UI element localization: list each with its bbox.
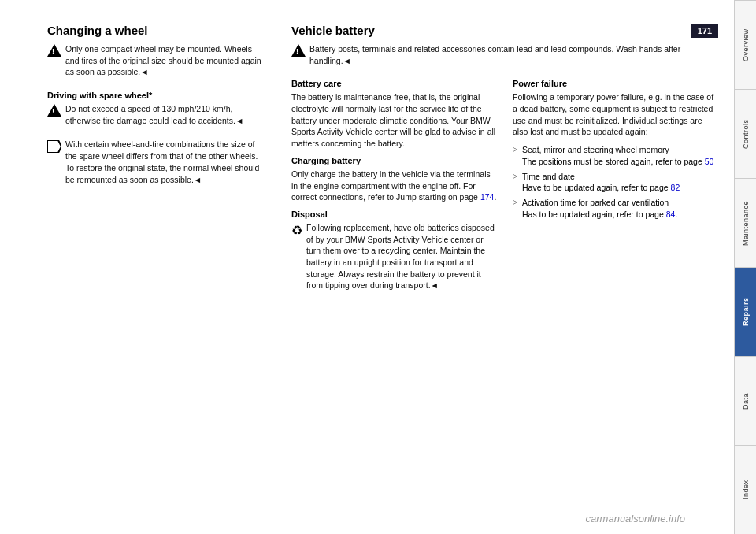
recycle-icon: ♻ xyxy=(291,223,302,238)
charging-link[interactable]: 174 xyxy=(480,192,495,202)
note-text-1: With certain wheel-and-tire combinations… xyxy=(65,139,268,185)
page-wrapper: Changing a wheel Only one compact wheel … xyxy=(0,0,756,534)
power-failure-intro: Following a temporary power failure, e.g… xyxy=(513,91,718,138)
warning-block-1: Only one compact wheel may be mounted. W… xyxy=(47,43,268,84)
spare-wheel-subtitle: Driving with spare wheel* xyxy=(47,91,268,100)
link-84[interactable]: 84 xyxy=(666,210,676,219)
sidebar-tab-overview[interactable]: Overview xyxy=(735,0,756,89)
list-item-3: Activation time for parked car ventilati… xyxy=(513,197,718,220)
sidebar-tab-maintenance[interactable]: Maintenance xyxy=(735,178,756,267)
list-item-3-text: Activation time for parked car ventilati… xyxy=(522,198,669,207)
sidebar-tab-repairs[interactable]: Repairs xyxy=(735,267,756,356)
list-item-2-sub: Have to be updated again, refer to page … xyxy=(522,183,680,192)
right-left-sub: Battery care The battery is maintenance-… xyxy=(291,79,497,304)
charging-title: Charging battery xyxy=(291,156,497,165)
left-title: Changing a wheel xyxy=(47,24,268,37)
note-arrow-icon xyxy=(47,140,61,153)
warning-icon-2 xyxy=(47,104,61,117)
power-failure-list: Seat, mirror and steering wheel memory T… xyxy=(513,144,718,220)
disposal-text: Following replacement, have old batterie… xyxy=(306,222,497,291)
battery-warning-icon xyxy=(291,44,306,57)
link-50[interactable]: 50 xyxy=(705,157,714,166)
watermark: carmanualsonline.info xyxy=(586,513,685,525)
main-content: Changing a wheel Only one compact wheel … xyxy=(0,0,734,534)
battery-care-text: The battery is maintenance-free, that is… xyxy=(291,91,497,149)
sidebar-tab-controls[interactable]: Controls xyxy=(735,89,756,178)
warning-block-2: Do not exceed a speed of 130 mph/210 km/… xyxy=(47,103,268,132)
right-column: Vehicle battery 171 Battery posts, termi… xyxy=(291,24,718,518)
warning-text-1: Only one compact wheel may be mounted. W… xyxy=(65,43,268,78)
list-item-1-sub: The positions must be stored again, refe… xyxy=(522,157,713,166)
svg-marker-0 xyxy=(47,140,61,153)
sidebar: Overview Controls Maintenance Repairs Da… xyxy=(734,0,756,534)
battery-care-title: Battery care xyxy=(291,79,497,88)
warning-icon-1 xyxy=(47,44,61,57)
right-right-sub: Power failure Following a temporary powe… xyxy=(513,79,718,304)
battery-warning-block: Battery posts, terminals and related acc… xyxy=(291,43,718,72)
right-title: Vehicle battery xyxy=(291,24,375,37)
sidebar-tab-index[interactable]: Index xyxy=(735,445,756,534)
list-item-1-text: Seat, mirror and steering wheel memory xyxy=(522,145,669,154)
power-failure-title: Power failure xyxy=(513,79,718,88)
disposal-title: Disposal xyxy=(291,210,497,219)
left-column: Changing a wheel Only one compact wheel … xyxy=(47,24,268,518)
list-item-2-text: Time and date xyxy=(522,172,575,181)
note-block-1: With certain wheel-and-tire combinations… xyxy=(47,139,268,191)
list-item-2: Time and date Have to be updated again, … xyxy=(513,171,718,194)
battery-warning-text: Battery posts, terminals and related acc… xyxy=(309,43,718,66)
list-item-3-sub: Has to be updated again, refer to page 8… xyxy=(522,210,677,219)
sidebar-tab-data[interactable]: Data xyxy=(735,356,756,445)
charging-text: Only charge the battery in the vehicle v… xyxy=(291,169,497,203)
right-columns: Battery care The battery is maintenance-… xyxy=(291,79,718,304)
disposal-block: ♻ Following replacement, have old batter… xyxy=(291,222,497,298)
page-number-box: 171 xyxy=(691,24,718,38)
link-82[interactable]: 82 xyxy=(671,183,680,192)
warning-text-2: Do not exceed a speed of 130 mph/210 km/… xyxy=(65,103,268,126)
list-item-1: Seat, mirror and steering wheel memory T… xyxy=(513,144,718,167)
